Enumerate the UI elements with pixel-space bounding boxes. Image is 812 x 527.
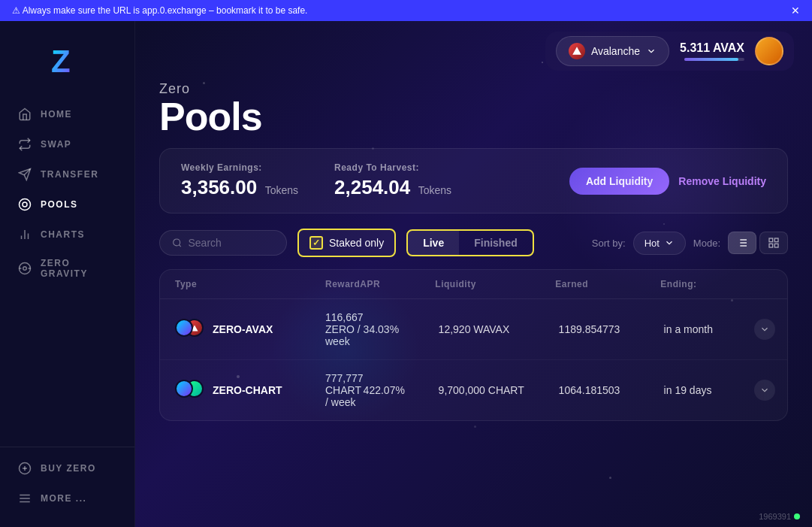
more-icon — [18, 492, 32, 505]
charts-icon — [18, 228, 32, 241]
reward-zero-avax: 116,667 ZERO / week — [325, 311, 364, 347]
network-avax-wrapper: Avalanche 5.311 AVAX — [545, 32, 794, 71]
sidebar-item-label-buy-zero: BUY ZERO — [41, 463, 96, 474]
sidebar-item-label-pools: POOLS — [41, 199, 78, 210]
expand-cell-zero-chart — [754, 380, 784, 401]
checkbox-check-icon: ✓ — [312, 238, 320, 248]
sidebar-item-label-swap: SWAP — [41, 139, 71, 150]
expand-button-zero-avax[interactable] — [754, 319, 775, 340]
nav-bottom: BUY ZERO More ... — [0, 447, 134, 513]
pools-table: Type Reward APR Liquidity Earned Ending: — [159, 269, 788, 421]
logo-icon: Z — [48, 42, 87, 81]
live-finished-tabs: Live Finished — [406, 229, 534, 256]
th-earned: Earned — [555, 279, 660, 289]
network-selector[interactable]: Avalanche — [556, 36, 669, 66]
th-reward: Reward — [325, 279, 360, 289]
svg-line-17 — [179, 245, 180, 247]
remove-liquidity-button[interactable]: Remove Liquidity — [678, 175, 766, 187]
pool-name-zero-chart: ZERO-CHART — [213, 384, 282, 396]
tab-finished[interactable]: Finished — [459, 231, 533, 255]
svg-point-16 — [174, 239, 180, 246]
sort-by-label: Sort by: — [592, 238, 626, 249]
avatar[interactable] — [755, 37, 783, 65]
filter-row: ✓ Staked only Live Finished Sort by: Hot… — [159, 229, 788, 257]
tab-live[interactable]: Live — [408, 231, 459, 255]
svg-rect-24 — [769, 238, 773, 242]
sidebar-item-transfer[interactable]: TRANSFER — [0, 159, 134, 189]
sidebar-item-more[interactable]: More ... — [0, 483, 134, 513]
warning-bar: ⚠ Always make sure the URL is app.0.exch… — [0, 0, 812, 21]
sidebar-item-buy-zero[interactable]: BUY ZERO — [0, 453, 134, 483]
svg-rect-27 — [774, 244, 778, 247]
apr-zero-avax: 34.03% — [364, 323, 439, 335]
avax-progress-bar — [684, 58, 744, 61]
sort-chevron-down-icon — [664, 238, 675, 248]
earned-zero-chart: 1064.181503 — [559, 384, 664, 396]
sidebar-item-label-charts: CHARTS — [41, 229, 85, 240]
ending-zero-chart: in 19 days — [664, 384, 754, 396]
pool-cell-zero-chart: ZERO-CHART — [175, 380, 325, 401]
main-content: Avalanche 5.311 AVAX Zero Pools — [135, 21, 812, 527]
staked-only-toggle[interactable]: ✓ Staked only — [297, 229, 396, 257]
sidebar-item-label-home: HOME — [41, 109, 72, 120]
liquidity-zero-chart: 9,700,000 CHART — [439, 384, 559, 396]
ready-harvest-block: Ready To Harvest: 2,254.04 Tokens — [334, 162, 451, 199]
add-liquidity-button[interactable]: Add Liquidity — [569, 168, 669, 195]
sidebar-item-label-transfer: TRANSFER — [41, 169, 98, 180]
version-badge: 1969391 — [759, 512, 800, 521]
logo-area: Z — [0, 35, 134, 99]
avax-progress-fill — [684, 58, 738, 61]
stats-card: Weekly Earnings: 3,356.00 Tokens Ready T… — [159, 148, 788, 214]
sidebar-item-home[interactable]: HOME — [0, 99, 134, 129]
svg-point-8 — [23, 267, 27, 271]
mode-label: Mode: — [693, 238, 720, 249]
network-name: Avalanche — [591, 45, 640, 57]
mode-buttons — [728, 232, 788, 254]
th-apr: APR — [360, 279, 435, 289]
avax-amount: 5.311 AVAX — [680, 41, 744, 55]
weekly-earnings-block: Weekly Earnings: 3,356.00 Tokens — [181, 162, 298, 199]
svg-text:Z: Z — [51, 44, 71, 79]
th-liquidity: Liquidity — [435, 279, 555, 289]
zero-icon — [175, 319, 193, 337]
weekly-earnings-label: Weekly Earnings: — [181, 162, 298, 173]
zero-gravity-icon — [18, 262, 32, 275]
svg-rect-25 — [774, 238, 778, 242]
grid-view-icon — [768, 237, 780, 249]
pool-name-zero-avax: ZERO-AVAX — [213, 323, 273, 335]
version-number: 1969391 — [759, 512, 791, 521]
mode-grid-button[interactable] — [759, 232, 788, 254]
sidebar-item-swap[interactable]: SWAP — [0, 129, 134, 159]
avax-info: 5.311 AVAX — [680, 41, 744, 61]
th-type: Type — [175, 279, 325, 289]
mode-list-button[interactable] — [728, 232, 756, 254]
svg-point-4 — [23, 202, 27, 207]
transfer-icon — [18, 168, 32, 181]
liquidity-zero-avax: 12,920 WAVAX — [439, 323, 559, 335]
home-icon — [18, 108, 32, 121]
buy-icon — [18, 462, 32, 475]
sidebar-item-pools[interactable]: POOLS — [0, 189, 134, 220]
sort-area: Sort by: Hot Mode: — [592, 232, 788, 255]
search-input-wrap[interactable] — [159, 230, 287, 256]
chevron-down-icon — [646, 46, 657, 56]
sidebar-item-label-zero-gravity: ZERO GRAVITY — [41, 258, 116, 279]
table-row[interactable]: ZERO-AVAX 116,667 ZERO / week 34.03% 12,… — [160, 299, 787, 360]
earned-zero-avax: 1189.854773 — [559, 323, 664, 335]
ending-zero-avax: in a month — [664, 323, 754, 335]
close-icon[interactable]: ✕ — [791, 5, 800, 17]
chevron-down-icon-row2 — [759, 385, 770, 395]
expand-cell-zero-avax — [754, 319, 784, 340]
expand-button-zero-chart[interactable] — [754, 380, 775, 401]
search-input[interactable] — [188, 237, 274, 249]
zero-icon-2 — [175, 380, 193, 398]
sidebar: Z HOME — [0, 21, 135, 527]
svg-rect-26 — [769, 244, 773, 247]
table-row[interactable]: ZERO-CHART 777,777 CHART / week 422.07% … — [160, 360, 787, 420]
sidebar-item-zero-gravity[interactable]: ZERO GRAVITY — [0, 250, 134, 287]
th-expand — [750, 279, 780, 289]
svg-point-3 — [20, 199, 31, 210]
chevron-down-icon-row1 — [759, 324, 770, 335]
sort-select[interactable]: Hot — [633, 232, 686, 255]
sidebar-item-charts[interactable]: CHARTS — [0, 220, 134, 250]
